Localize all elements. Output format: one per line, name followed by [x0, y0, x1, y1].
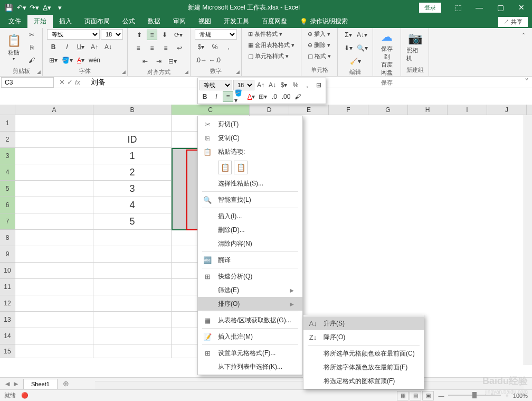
sort-filter-icon[interactable]: A↓▾ [356, 29, 368, 41]
ctx-insert[interactable]: 插入(I)... [198, 209, 302, 223]
orientation-icon[interactable]: ⟳▾ [172, 29, 185, 41]
vertical-scrollbar[interactable] [524, 115, 532, 365]
row-header-10[interactable]: 10 [0, 263, 15, 279]
submenu-icon-top[interactable]: 将选定格式的图标置顶(F) [303, 374, 424, 388]
decrease-font-icon[interactable]: A↓ [102, 41, 115, 53]
mini-font-color-icon[interactable]: A▾ [246, 91, 256, 102]
row-header-11[interactable]: 11 [0, 279, 15, 295]
select-all-corner[interactable] [0, 105, 15, 115]
cell[interactable] [15, 328, 93, 344]
zoom-in-icon[interactable]: + [505, 393, 508, 399]
save-icon[interactable]: 💾 [3, 2, 15, 13]
close-icon[interactable]: ✕ [511, 0, 532, 15]
cell[interactable] [15, 344, 93, 358]
mini-bold-button[interactable]: B [200, 91, 210, 102]
camera-button[interactable]: 📷照相机 [405, 31, 424, 63]
dec-decimal-icon[interactable]: ←.0 [208, 54, 221, 66]
fx-icon[interactable]: fx [75, 78, 80, 86]
col-header-i[interactable]: I [448, 105, 487, 115]
submenu-sort-desc[interactable]: Z↓降序(O) [303, 330, 424, 344]
conditional-format-button[interactable]: ⊞条件格式▾ [246, 29, 284, 39]
cell[interactable] [93, 246, 172, 263]
mini-percent-icon[interactable]: % [290, 80, 301, 90]
font-launcher-icon[interactable]: ◢ [122, 69, 126, 74]
cell[interactable] [15, 213, 93, 230]
maximize-icon[interactable]: ▢ [490, 0, 511, 15]
tab-home[interactable]: 开始 [27, 15, 53, 28]
col-header-g[interactable]: G [368, 105, 408, 115]
wrap-text-icon[interactable]: ↩ [173, 42, 186, 54]
col-header-b[interactable]: B [93, 105, 172, 115]
font-color-icon[interactable]: A▾ [74, 54, 87, 66]
cell[interactable] [15, 312, 93, 328]
cell[interactable] [15, 279, 93, 295]
mini-format-painter-icon[interactable]: 🖌 [292, 91, 303, 102]
zoom-slider[interactable] [448, 395, 501, 396]
tab-review[interactable]: 审阅 [167, 15, 192, 28]
indent-dec-icon[interactable]: ⇤ [139, 55, 151, 67]
minimize-icon[interactable]: — [469, 0, 490, 15]
record-icon[interactable]: 🔴 [21, 392, 28, 399]
mini-align-center-icon[interactable]: ≡ [223, 91, 233, 102]
font-name-select[interactable]: 等线 [47, 29, 100, 40]
cell[interactable] [15, 181, 93, 197]
format-as-table-button[interactable]: ▦套用表格格式▾ [246, 40, 297, 50]
cell[interactable] [93, 295, 172, 312]
align-left-icon[interactable]: ≡ [132, 42, 145, 54]
paste-button[interactable]: 📋粘贴▾ [4, 33, 23, 62]
qa-customize-icon[interactable]: ▾ [54, 2, 65, 13]
mini-italic-button[interactable]: I [211, 91, 222, 102]
row-header-8[interactable]: 8 [0, 230, 15, 246]
clear-icon[interactable]: 🧹▾ [349, 55, 362, 67]
ctx-copy[interactable]: ⎘复制(C) [198, 131, 302, 145]
row-header-15[interactable]: 15 [0, 344, 15, 358]
view-page-layout-icon[interactable]: ▤ [410, 391, 421, 400]
align-center-icon[interactable]: ≡ [146, 42, 158, 54]
delete-cells-button[interactable]: ⊖删除▾ [306, 40, 332, 50]
comma-icon[interactable]: , [222, 41, 235, 53]
ctx-format-cells[interactable]: ⊞设置单元格格式(F)... [198, 346, 302, 360]
format-painter-icon[interactable]: 🖌 [25, 54, 38, 66]
row-header-5[interactable]: 5 [0, 181, 15, 197]
align-bottom-icon[interactable]: ⬇ [158, 29, 171, 41]
collapse-ribbon-icon[interactable]: ˄ [517, 30, 530, 42]
row-header-6[interactable]: 6 [0, 197, 15, 213]
cell-styles-button[interactable]: ▢单元格样式▾ [246, 51, 291, 61]
ctx-quick-analysis[interactable]: ⊞快速分析(Q) [198, 269, 302, 283]
font-size-select[interactable]: 18 [101, 29, 123, 40]
merge-icon[interactable]: ⊟▾ [166, 55, 179, 67]
share-button[interactable]: ↗ 共享 [498, 17, 528, 27]
tell-me[interactable]: 💡操作说明搜索 [293, 15, 354, 28]
fill-color-icon[interactable]: 🪣▾ [61, 54, 73, 66]
mini-fill-color-icon[interactable]: 🪣▾ [234, 91, 245, 102]
cell-b2[interactable]: ID [93, 132, 172, 148]
mini-inc-font-icon[interactable]: A↑ [255, 80, 266, 90]
col-header-f[interactable]: F [329, 105, 368, 115]
col-header-j[interactable]: J [487, 105, 527, 115]
border-icon[interactable]: ⊞▾ [47, 54, 60, 66]
mini-size-select[interactable]: 18 [233, 80, 254, 90]
row-header-2[interactable]: 2 [0, 132, 15, 148]
sheet-tab-1[interactable]: Sheet1 [23, 379, 58, 389]
undo-icon[interactable]: ↶▾ [16, 2, 27, 13]
zoom-level[interactable]: 100% [513, 393, 528, 399]
cell[interactable] [15, 230, 93, 246]
col-header-a[interactable]: A [15, 105, 93, 115]
cell[interactable] [15, 197, 93, 213]
mini-merge-icon[interactable]: ⊟ [314, 80, 324, 90]
align-top-icon[interactable]: ⬆ [133, 29, 146, 41]
cell-b3[interactable]: 1 [93, 148, 172, 164]
mini-inc-decimal-icon[interactable]: .00 [281, 91, 291, 102]
cell[interactable] [15, 246, 93, 263]
cell-b6[interactable]: 4 [93, 197, 172, 213]
tab-insert[interactable]: 插入 [53, 15, 78, 28]
row-header-9[interactable]: 9 [0, 246, 15, 263]
row-header-4[interactable]: 4 [0, 164, 15, 181]
inc-decimal-icon[interactable]: .0→ [195, 54, 207, 66]
tab-file[interactable]: 文件 [2, 15, 27, 28]
find-icon[interactable]: 🔍▾ [356, 42, 368, 54]
cell[interactable] [15, 295, 93, 312]
clipboard-launcher-icon[interactable]: ◢ [37, 69, 41, 74]
mini-comma-icon[interactable]: , [302, 80, 312, 90]
font-color-qa-icon[interactable]: A▾ [41, 2, 53, 13]
